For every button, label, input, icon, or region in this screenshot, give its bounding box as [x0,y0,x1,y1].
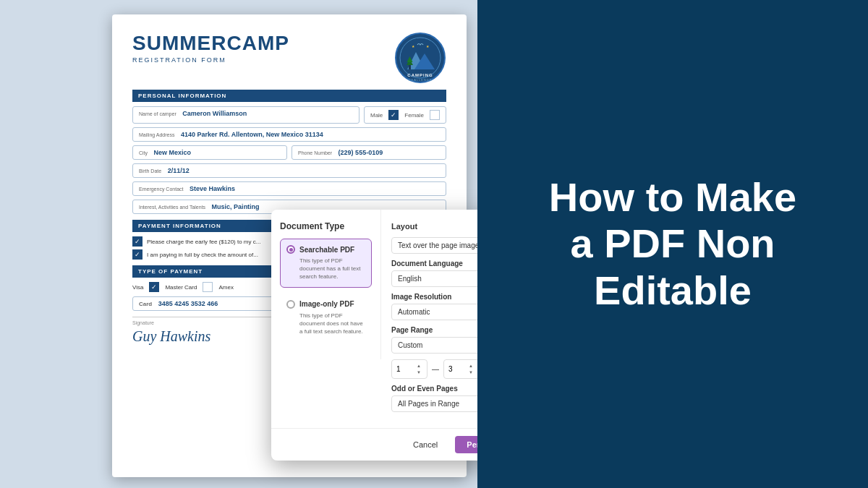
image-only-pdf-desc: This type of PDF document does not have … [286,312,365,336]
pdf-subtitle: REGISTRATION FORM [132,56,289,64]
payment-check2: ✓ [132,249,142,260]
pdf-header: SUMMERCAMP REGISTRATION FORM [132,32,446,84]
male-checkbox: ✓ [388,110,399,120]
emergency-field: Emergency Contact Steve Hawkins [132,181,446,196]
title-line2: a PDF Non [570,221,775,266]
cancel-button[interactable]: Cancel [401,436,449,453]
svg-text:CAMPING: CAMPING [407,73,433,77]
searchable-pdf-label: Searchable PDF [299,246,354,254]
visa-label: Visa [132,284,143,291]
birth-label: Birth Date [139,168,161,174]
amex-label: Amex [218,284,233,291]
range-dash: — [432,365,439,373]
page-to-spinners: ▲ ▼ [467,363,475,375]
odd-even-label: Odd or Even Pages [391,385,477,393]
page-from-value: 1 [396,365,401,373]
language-value: English [398,275,422,283]
city-label: City [139,150,148,155]
payment-check1: ✓ [132,236,142,247]
image-only-pdf-header: Image-only PDF [286,300,365,309]
emergency-value: Steve Hawkins [190,185,235,192]
left-panel: SUMMERCAMP REGISTRATION FORM [0,0,477,488]
title-line1: How to Make [549,174,796,220]
page-range-label: Page Range [391,326,477,334]
odd-even-value: All Pages in Range [398,400,459,408]
page-from-down[interactable]: ▼ [415,369,422,375]
ocr-dialog[interactable]: Document Type Searchable PDF This type o… [271,210,477,461]
dialog-left-panel: Document Type Searchable PDF This type o… [271,210,381,359]
payment-text1: Please charge the early fee ($120) to my… [147,239,260,245]
layout-dropdown[interactable]: Text over the page image ▾ [391,237,477,254]
address-label: Mailing Address [139,132,174,137]
visa-checkbox: ✓ [149,282,159,292]
image-only-radio [286,300,295,309]
page-to-up[interactable]: ▲ [467,363,475,369]
searchable-pdf-option[interactable]: Searchable PDF This type of PDF document… [280,239,372,288]
mastercard-checkbox [203,282,213,292]
title-line3: Editable [594,267,752,313]
camping-badge: CAMPING CHALLENGE ★ ★ [394,32,446,84]
odd-even-dropdown[interactable]: All Pages in Range ▾ [391,395,477,412]
page-range-value: Custom [398,341,422,349]
name-field: Name of camper Cameron Williamson [132,106,359,124]
dialog-footer: Cancel Perform OCR [271,428,477,461]
page-range-dropdown[interactable]: Custom ▾ [391,337,477,354]
perform-ocr-button[interactable]: Perform OCR [455,436,477,453]
layout-title: Layout [391,222,417,231]
page-from-spinners: ▲ ▼ [415,363,422,375]
page-to-value: 3 [448,365,453,373]
image-only-pdf-label: Image-only PDF [299,300,354,308]
svg-text:CHALLENGE: CHALLENGE [408,78,432,82]
resolution-label: Image Resolution [391,293,477,301]
language-dropdown[interactable]: English ▾ [391,270,477,287]
phone-field: Phone Number (229) 555-0109 [292,145,446,160]
signature-name-1: Guy Hawkins [132,328,285,345]
layout-header: Layout ? ✕ [391,220,477,233]
personal-info-header: PERSONAL INFORMATION [132,90,446,102]
doc-type-title: Document Type [280,221,372,231]
name-value: Cameron Williamson [182,110,247,117]
card-value: 3485 4245 3532 466 [158,300,218,307]
pdf-title: SUMMERCAMP [132,32,289,55]
dialog-right-panel: Layout ? ✕ Text over the page image ▾ Do… [381,210,477,428]
interests-label: Interest, Activities and Talents [139,205,205,210]
language-label: Document Language [391,260,477,267]
page-to-input[interactable]: 3 ▲ ▼ [443,359,477,379]
page-from-input[interactable]: 1 ▲ ▼ [391,359,427,379]
page-range-row: 1 ▲ ▼ — 3 ▲ ▼ [391,359,477,379]
name-row: Name of camper Cameron Williamson Male ✓… [132,106,446,124]
resolution-dropdown[interactable]: Automatic ▾ [391,304,477,320]
emergency-label: Emergency Contact [139,187,183,192]
resolution-value: Automatic [398,308,430,316]
main-title: How to Make a PDF Non Editable [549,174,796,314]
birth-field: Birth Date 2/11/12 [132,163,446,178]
birth-value: 2/11/12 [168,167,190,174]
layout-value: Text over the page image [398,241,477,249]
mastercard-label: Master Card [165,284,197,291]
city-field: City New Mexico [132,145,287,160]
address-value: 4140 Parker Rd. Allentown, New Mexico 31… [181,131,323,138]
right-panel: How to Make a PDF Non Editable [477,0,868,488]
interests-value: Music, Painting [212,203,260,210]
card-label: Card [139,301,152,307]
address-field: Mailing Address 4140 Parker Rd. Allentow… [132,127,446,142]
city-value: New Mexico [154,149,192,156]
signature-block-1: Signature Guy Hawkins [132,317,285,345]
signature-label-1: Signature [132,320,285,325]
city-phone-row: City New Mexico Phone Number (229) 555-0… [132,145,446,160]
searchable-pdf-desc: This type of PDF document has a full tex… [286,257,365,281]
female-checkbox [430,110,440,120]
image-only-pdf-option[interactable]: Image-only PDF This type of PDF document… [280,294,372,343]
page-from-up[interactable]: ▲ [415,363,422,369]
phone-label: Phone Number [298,150,332,155]
gender-male-label: Male [370,112,383,119]
page-to-down[interactable]: ▼ [467,369,475,375]
gender-female-label: Female [404,112,424,119]
searchable-radio [286,245,295,254]
phone-value: (229) 555-0109 [339,149,383,156]
searchable-pdf-header: Searchable PDF [286,245,365,254]
payment-text2: I am paying in full by check the amount … [147,252,258,258]
gender-group: Male ✓ Female [364,106,446,124]
name-label: Name of camper [139,111,176,116]
